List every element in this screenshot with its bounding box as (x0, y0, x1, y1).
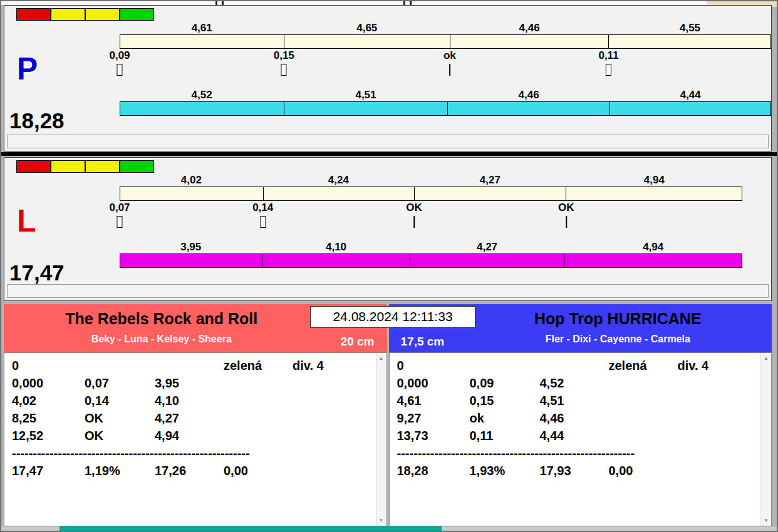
result-cell: 0,07 (85, 374, 155, 392)
status-light (85, 8, 120, 21)
result-row: 12,52OK4,94 (12, 427, 368, 444)
dog-time-label: 4,44 (609, 89, 771, 101)
split-time-label: 4,65 (284, 22, 450, 34)
split-time-labels: 4,614,654,464,55 (120, 22, 771, 34)
dog-bar (120, 253, 742, 268)
split-time-label: 4,02 (120, 174, 263, 187)
dog-bar-segment (262, 254, 410, 267)
result-cell: 0,00 (609, 462, 678, 479)
dog-time-label: 4,94 (564, 241, 742, 253)
scroll-up-button[interactable]: ▲ (761, 353, 771, 364)
change-marker: OK (406, 202, 422, 228)
result-cell: 0,11 (470, 427, 540, 444)
result-cell: zelená (609, 357, 678, 374)
results-body: 0zelenádiv. 40,0000,073,954,020,144,108,… (12, 357, 368, 479)
results-textbox[interactable]: 0zelenádiv. 40,0000,073,954,020,144,108,… (4, 352, 387, 526)
result-cell: 0 (12, 357, 85, 374)
status-light (51, 8, 85, 21)
split-time-labels: 4,024,244,274,94 (120, 174, 742, 187)
result-row: 4,020,144,10 (12, 392, 368, 409)
result-cell: OK (85, 409, 155, 427)
change-marker: OK (558, 202, 574, 228)
split-time-label: 4,94 (566, 174, 742, 187)
change-tick (606, 64, 611, 76)
result-cell: 0 (397, 357, 470, 374)
scrollbar[interactable]: ▲ ▼ (376, 353, 386, 526)
result-row: 0,0000,094,52 (397, 374, 753, 392)
result-cell: ok (470, 409, 540, 427)
dog-time-label: 3,95 (120, 241, 262, 253)
dog-time-labels: 3,954,104,274,94 (120, 241, 742, 253)
taskbar-fragment (60, 526, 442, 531)
change-time-label: OK (406, 202, 422, 214)
change-time-label: 0,09 (109, 49, 130, 62)
lane-chart-inner: 4,024,244,274,94 0,070,14OKOK 3,954,104,… (120, 174, 742, 268)
team-left: The Rebels Rock and Roll Beky - Luna - K… (4, 304, 387, 526)
result-cell: OK (85, 427, 155, 444)
result-row: 4,610,154,51 (397, 392, 753, 409)
change-marker: 0,14 (252, 202, 273, 228)
team-members: Beky - Luna - Kelsey - Sheera (4, 334, 319, 345)
dog-time-label: 4,52 (120, 89, 284, 101)
result-cell: 3,95 (155, 374, 224, 392)
team-right: Hop Trop HURRICANE Fler - Dixi - Cayenne… (389, 304, 772, 526)
result-divider: ----------------------------------------… (397, 444, 753, 462)
result-cell: 4,61 (397, 392, 470, 409)
result-cell: 0,15 (470, 392, 540, 409)
result-cell: 4,27 (155, 409, 224, 427)
bottom-strip (1, 526, 777, 531)
split-bar (120, 187, 742, 201)
change-tick (566, 216, 567, 228)
result-divider: ----------------------------------------… (12, 444, 368, 462)
result-row: 17,471,19%17,260,00 (12, 462, 368, 479)
split-bar (120, 34, 771, 49)
lane-letter: P (17, 53, 38, 84)
result-cell (85, 357, 155, 374)
split-time-label: 4,24 (263, 174, 414, 187)
change-time-label: 0,11 (598, 49, 618, 62)
results-textbox[interactable]: 0zelenádiv. 40,0000,094,524,610,154,519,… (389, 352, 772, 526)
result-row: 9,27ok4,46 (397, 409, 753, 427)
lane-chart-inner: 4,614,654,464,55 0,090,15ok0,11 4,524,51… (120, 22, 771, 116)
scroll-down-button[interactable]: ▼ (761, 515, 771, 526)
change-marker: 0,07 (109, 202, 130, 228)
jump-height: 20 cm (341, 335, 375, 349)
change-time-label: 0,15 (274, 49, 294, 62)
result-cell: div. 4 (293, 357, 368, 374)
change-tick (281, 64, 287, 76)
dog-bar (120, 101, 771, 116)
status-light (51, 160, 85, 173)
result-cell: 0,000 (12, 374, 85, 392)
scrollbar[interactable]: ▲ ▼ (760, 353, 771, 526)
split-bar-segment (120, 187, 264, 200)
lane-footer-strip (7, 135, 769, 148)
team-name: Hop Trop HURRICANE (464, 304, 772, 328)
result-cell: 17,93 (540, 462, 609, 479)
result-cell: 0,09 (470, 374, 540, 392)
scroll-up-button[interactable]: ▲ (376, 353, 386, 364)
result-cell: 0,00 (224, 462, 293, 479)
lane-chart: 4,024,244,274,94 0,070,14OKOK 3,954,104,… (120, 174, 771, 268)
dog-time-label: 4,46 (448, 89, 610, 101)
scroll-down-button[interactable]: ▼ (376, 515, 386, 526)
results-panel: The Rebels Rock and Roll Beky - Luna - K… (4, 304, 772, 526)
change-tick (413, 216, 415, 228)
lane-panel-p: P 4,614,654,464,55 0,090,15ok0,11 4,524,… (4, 5, 772, 151)
timestamp: 24.08.2024 12:11:33 (310, 306, 475, 328)
split-bar-segment (120, 35, 284, 48)
result-cell (470, 357, 540, 374)
lane-divider (1, 152, 777, 156)
result-cell: 4,10 (155, 392, 224, 409)
change-time-label: OK (558, 202, 574, 214)
result-cell: 12,52 (12, 427, 85, 444)
lane-chart: 4,614,654,464,55 0,090,15ok0,11 4,524,51… (120, 22, 771, 116)
dog-bar-segment (410, 254, 564, 267)
dog-bar-segment (564, 254, 742, 267)
result-row: 8,25OK4,27 (12, 409, 368, 427)
result-row: 13,730,114,44 (397, 427, 753, 444)
change-tick (117, 64, 123, 76)
result-cell: zelená (224, 357, 293, 374)
split-bar-segment (450, 35, 609, 48)
result-cell: 0,000 (397, 374, 470, 392)
change-tick (117, 216, 123, 228)
